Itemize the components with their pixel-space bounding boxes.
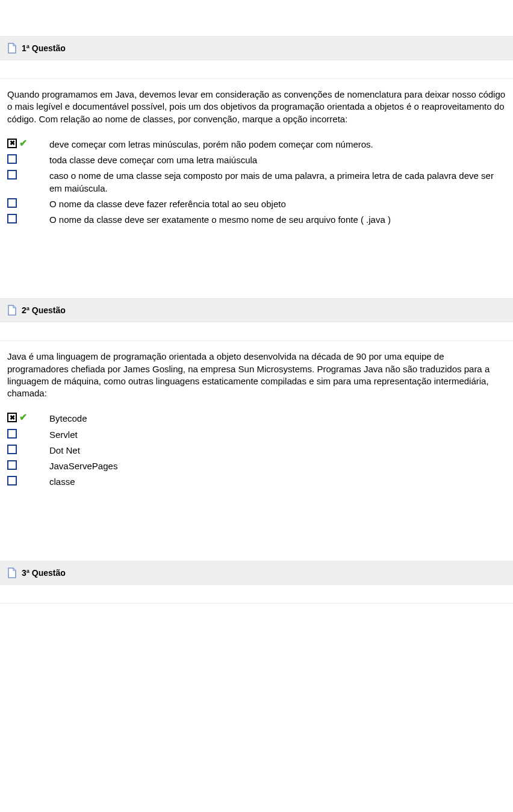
option-row: JavaServePages [7,460,506,472]
option-text: O nome da classe deve ser exatamente o m… [49,214,391,226]
option-marker-cell [7,445,49,454]
correct-check-icon: ✔ [19,413,27,422]
option-text: JavaServePages [49,460,117,472]
option-checkbox[interactable] [7,139,17,148]
option-checkbox[interactable] [7,445,17,454]
option-marker-cell [7,214,49,223]
option-row: ✔Bytecode [7,413,506,425]
document-icon [7,305,17,316]
question-header: 1ª Questão [0,36,513,60]
option-text: Bytecode [49,413,87,425]
option-checkbox[interactable] [7,170,17,180]
divider [0,340,513,341]
option-checkbox[interactable] [7,413,17,422]
option-text: Dot Net [49,445,80,457]
question-title: 1ª Questão [22,43,66,53]
option-row: O nome da classe deve fazer referência t… [7,198,506,210]
option-marker-cell [7,198,49,208]
option-row: Dot Net [7,445,506,457]
option-checkbox[interactable] [7,429,17,439]
document-icon [7,43,17,54]
option-marker-cell [7,476,49,486]
question-header: 2ª Questão [0,298,513,322]
option-row: O nome da classe deve ser exatamente o m… [7,214,506,226]
option-marker-cell: ✔ [7,413,49,422]
options-list: ✔deve começar com letras minúsculas, por… [0,139,513,226]
option-row: classe [7,476,506,488]
correct-check-icon: ✔ [19,139,27,148]
question-prompt: Java é uma linguagem de programação orie… [0,351,513,399]
option-text: toda classe deve começar com uma letra m… [49,154,257,166]
option-checkbox[interactable] [7,476,17,486]
question-title: 3ª Questão [22,568,66,578]
document-icon [7,567,17,578]
question-title: 2ª Questão [22,305,66,315]
option-checkbox[interactable] [7,460,17,470]
question-block: 3ª Questão [0,561,513,604]
option-marker-cell [7,429,49,439]
option-marker-cell: ✔ [7,139,49,148]
option-marker-cell [7,170,49,180]
question-block: 2ª QuestãoJava é uma linguagem de progra… [0,298,513,488]
option-row: Servlet [7,429,506,441]
question-block: 1ª QuestãoQuando programamos em Java, de… [0,36,513,226]
option-text: Servlet [49,429,78,441]
option-marker-cell [7,154,49,164]
option-checkbox[interactable] [7,214,17,223]
option-row: caso o nome de uma classe seja composto … [7,170,506,195]
question-prompt: Quando programamos em Java, devemos leva… [0,89,513,125]
option-text: deve começar com letras minúsculas, poré… [49,139,373,151]
option-text: caso o nome de uma classe seja composto … [49,170,506,195]
option-text: O nome da classe deve fazer referência t… [49,198,286,210]
options-list: ✔BytecodeServletDot NetJavaServePagescla… [0,413,513,488]
divider [0,603,513,604]
option-checkbox[interactable] [7,154,17,164]
option-row: toda classe deve começar com uma letra m… [7,154,506,166]
option-marker-cell [7,460,49,470]
option-row: ✔deve começar com letras minúsculas, por… [7,139,506,151]
divider [0,78,513,79]
option-checkbox[interactable] [7,198,17,208]
option-text: classe [49,476,75,488]
question-header: 3ª Questão [0,561,513,585]
